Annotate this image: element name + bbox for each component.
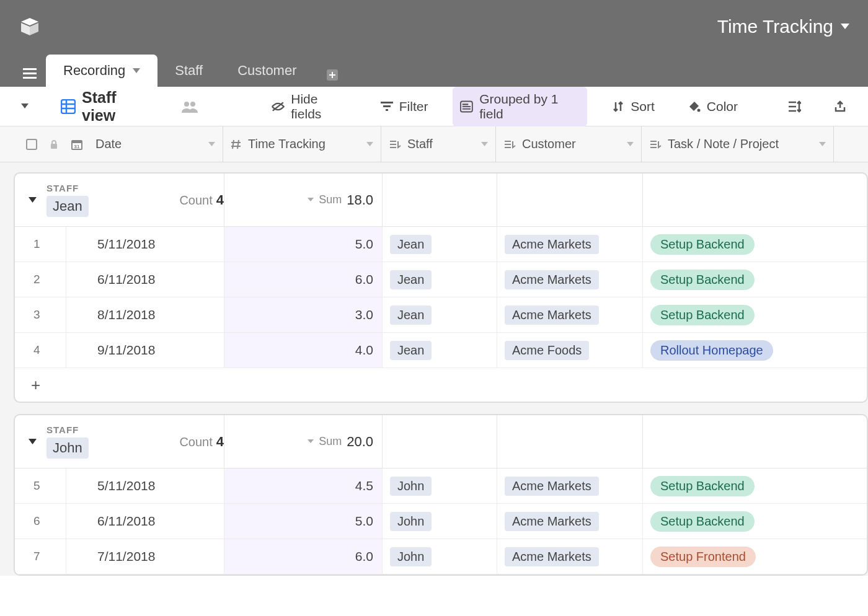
table-row[interactable]: 6 6/11/2018 5.0 John Acme Markets Setup …: [15, 504, 867, 539]
row-height-button[interactable]: [780, 95, 808, 118]
cell-staff[interactable]: John: [383, 539, 497, 574]
cell-time[interactable]: 6.0: [224, 539, 383, 574]
cell-staff[interactable]: Jean: [383, 227, 497, 262]
chevron-down-icon[interactable]: [366, 142, 373, 147]
cell-time[interactable]: 4.0: [224, 333, 383, 367]
group-summary-value: 18.0: [347, 192, 373, 208]
row-number: 2: [15, 262, 66, 297]
svg-rect-25: [463, 108, 471, 109]
cell-time[interactable]: 4.5: [224, 469, 383, 503]
header-task[interactable]: Task / Note / Project: [642, 126, 834, 162]
chevron-down-icon[interactable]: [208, 142, 215, 147]
cell-customer[interactable]: Acme Markets: [497, 297, 643, 332]
table-row[interactable]: 1 5/11/2018 5.0 Jean Acme Markets Setup …: [15, 227, 867, 262]
cell-staff[interactable]: Jean: [383, 262, 497, 297]
hide-fields-label: Hide fields: [291, 92, 348, 121]
view-switcher[interactable]: Staff view: [53, 84, 157, 130]
cell-task[interactable]: Setup Frontend: [643, 539, 832, 574]
sort-button[interactable]: Sort: [604, 94, 662, 119]
select-all-checkbox[interactable]: [26, 139, 37, 150]
cell-task[interactable]: Rollout Homepage: [643, 333, 832, 367]
collapse-toggle[interactable]: [29, 197, 37, 203]
filter-icon: [381, 102, 393, 112]
cell-task[interactable]: Setup Backend: [643, 504, 832, 539]
table-row[interactable]: 7 7/11/2018 6.0 John Acme Markets Setup …: [15, 539, 867, 574]
cell-staff[interactable]: Jean: [383, 297, 497, 332]
staff-tag: Jean: [390, 235, 432, 254]
group-header: STAFF Jean Count 4 Sum 18.0: [15, 174, 867, 227]
table-row[interactable]: 4 9/11/2018 4.0 Jean Acme Foods Rollout …: [15, 333, 867, 368]
svg-marker-47: [627, 142, 634, 146]
column-headers: 31 Date Time Tracking Staff Customer Tas…: [0, 126, 868, 162]
link-icon: [389, 139, 401, 149]
svg-marker-11: [21, 103, 29, 108]
cell-time[interactable]: 5.0: [224, 504, 383, 539]
header-staff[interactable]: Staff: [381, 126, 496, 162]
cell-date[interactable]: 5/11/2018: [66, 469, 224, 503]
svg-marker-52: [29, 197, 37, 203]
svg-rect-19: [381, 102, 393, 103]
collapse-toggle[interactable]: [29, 439, 37, 445]
cell-customer[interactable]: Acme Markets: [497, 262, 643, 297]
hide-fields-button[interactable]: Hide fields: [264, 87, 356, 126]
collaborators-button[interactable]: [174, 95, 205, 118]
hamburger-menu-button[interactable]: [14, 61, 46, 87]
table-row[interactable]: 2 6/11/2018 6.0 Jean Acme Markets Setup …: [15, 262, 867, 297]
cell-customer[interactable]: Acme Markets: [497, 504, 643, 539]
task-tag: Rollout Homepage: [650, 340, 773, 361]
group-button[interactable]: Grouped by 1 field: [453, 87, 587, 126]
tab-recording[interactable]: Recording: [46, 55, 157, 87]
group-label: Grouped by 1 field: [479, 92, 580, 121]
cell-customer[interactable]: Acme Markets: [497, 227, 643, 262]
tab-customer[interactable]: Customer: [220, 55, 314, 87]
header-customer[interactable]: Customer: [496, 126, 642, 162]
chevron-down-icon[interactable]: [308, 439, 314, 444]
link-icon: [503, 139, 516, 149]
row-number: 4: [15, 333, 66, 367]
cell-customer[interactable]: Acme Markets: [497, 469, 643, 503]
cell-task[interactable]: Setup Backend: [643, 262, 832, 297]
chevron-down-icon[interactable]: [627, 142, 634, 147]
cell-customer[interactable]: Acme Markets: [497, 539, 643, 574]
task-tag: Setup Backend: [650, 476, 755, 496]
views-menu-button[interactable]: [14, 99, 36, 114]
cell-date[interactable]: 5/11/2018: [66, 227, 224, 262]
color-button[interactable]: Color: [680, 94, 745, 119]
cell-customer[interactable]: Acme Foods: [497, 333, 643, 367]
share-button[interactable]: [826, 95, 854, 118]
svg-line-35: [232, 140, 234, 149]
table-row[interactable]: 5 5/11/2018 4.5 John Acme Markets Setup …: [15, 469, 867, 504]
group-header: STAFF John Count 4 Sum 20.0: [15, 415, 867, 469]
cell-task[interactable]: Setup Backend: [643, 297, 832, 332]
cell-staff[interactable]: John: [383, 504, 497, 539]
cell-date[interactable]: 6/11/2018: [66, 262, 224, 297]
cell-task[interactable]: Setup Backend: [643, 227, 832, 262]
cell-date[interactable]: 9/11/2018: [66, 333, 224, 367]
cell-time[interactable]: 6.0: [224, 262, 383, 297]
cell-staff[interactable]: Jean: [383, 333, 497, 367]
header-time[interactable]: Time Tracking: [223, 126, 381, 162]
cell-date[interactable]: 7/11/2018: [66, 539, 224, 574]
cell-task[interactable]: Setup Backend: [643, 469, 832, 503]
add-row-button[interactable]: +: [15, 368, 867, 402]
share-icon: [833, 100, 847, 113]
chevron-down-icon[interactable]: [819, 142, 826, 147]
staff-tag: John: [390, 547, 432, 566]
cell-date[interactable]: 8/11/2018: [66, 297, 224, 332]
customer-tag: Acme Markets: [505, 512, 599, 531]
table-row[interactable]: 3 8/11/2018 3.0 Jean Acme Markets Setup …: [15, 297, 867, 333]
paint-bucket-icon: [687, 100, 701, 113]
chevron-down-icon[interactable]: [481, 142, 488, 147]
add-tab-button[interactable]: [314, 63, 350, 87]
cell-staff[interactable]: John: [383, 469, 497, 503]
filter-button[interactable]: Filter: [373, 94, 436, 119]
chevron-down-icon[interactable]: [308, 198, 314, 202]
app-title-dropdown[interactable]: Time Tracking: [717, 16, 849, 37]
cell-time[interactable]: 3.0: [224, 297, 383, 332]
cell-time[interactable]: 5.0: [224, 227, 383, 262]
group: STAFF Jean Count 4 Sum 18.0 1 5/11/2018 …: [14, 172, 868, 403]
tab-staff[interactable]: Staff: [157, 55, 220, 87]
svg-rect-23: [463, 103, 468, 105]
view-toolbar: Staff view Hide fields Filter Grouped by…: [0, 87, 868, 126]
cell-date[interactable]: 6/11/2018: [66, 504, 224, 539]
